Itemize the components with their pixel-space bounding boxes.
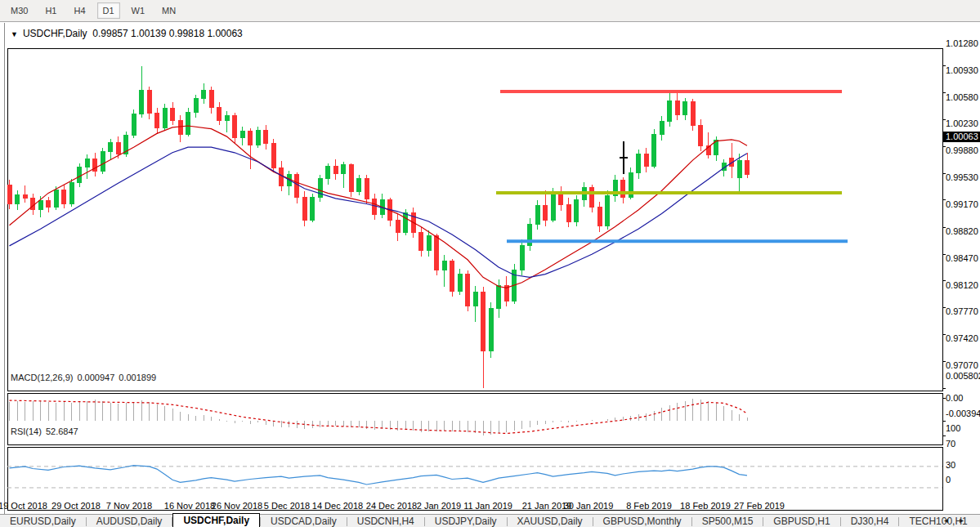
price-axis-label: 0.99170	[946, 199, 978, 209]
macd-axis-label: 0.005802	[946, 371, 980, 381]
chart-tab-usdchf-daily[interactable]: USDCHF,Daily	[172, 513, 260, 527]
date-axis-label: 5 Dec 2018	[264, 501, 310, 511]
price-axis-label: 0.98120	[946, 280, 978, 290]
symbol-tab-bar: EURUSD,DailyAUDUSD,DailyUSDCHF,DailyUSDC…	[0, 514, 980, 527]
date-axis-label: 24 Dec 2018	[366, 501, 417, 511]
timeframe-button-m30[interactable]: M30	[5, 2, 34, 19]
date-axis-label: 14 Dec 2018	[312, 501, 363, 511]
chart-tab-audusd-daily[interactable]: AUDUSD,Daily	[87, 515, 172, 527]
price-axis-label: 0.97070	[946, 360, 978, 370]
chart-canvas[interactable]	[0, 23, 980, 527]
timeframe-button-w1[interactable]: W1	[126, 2, 151, 19]
rsi-indicator-label: RSI(14)52.6847	[11, 427, 83, 436]
chart-tab-usdjpy-daily[interactable]: USDJPY,Daily	[425, 515, 507, 527]
chart-tab-gbpusd-monthly[interactable]: GBPUSD,Monthly	[593, 515, 691, 527]
date-axis-label: 30 Jan 2019	[564, 501, 614, 511]
macd-axis-label: -0.003945	[946, 409, 980, 418]
timeframe-toolbar: M30H1H4D1W1MN	[0, 0, 980, 22]
macd-histogram	[10, 399, 748, 436]
chart-tab-xauusd-daily[interactable]: XAUUSD,Daily	[508, 515, 593, 527]
timeframe-button-h4[interactable]: H4	[68, 2, 91, 19]
date-axis-label: 27 Feb 2019	[734, 501, 785, 511]
price-axis-label: 0.99880	[946, 145, 978, 155]
date-axis-label: 2 Jan 2019	[417, 501, 461, 511]
rsi-axis-label: 0	[946, 475, 951, 485]
candles-group	[7, 66, 750, 388]
chart-ohlc-values: 0.99857 1.00139 0.99818 1.00063	[92, 28, 243, 39]
window-left-edge	[4, 23, 5, 514]
price-axis-label: 0.98820	[946, 226, 978, 236]
price-axis-label: 1.01280	[946, 38, 978, 48]
price-axis-label: 1.00930	[946, 65, 978, 75]
chart-tab-dj30-h4[interactable]: DJ30,H4	[841, 515, 899, 527]
chart-symbol-label: USDCHF,Daily	[23, 28, 87, 39]
date-axis-label: 18 Feb 2019	[680, 501, 731, 511]
macd-indicator-label: MACD(12,26,9)0.0009470.001899	[11, 373, 160, 382]
timeframe-button-h1[interactable]: H1	[39, 2, 62, 19]
price-axis-label: 0.98470	[946, 253, 978, 263]
macd-name: MACD(12,26,9)	[11, 373, 73, 382]
price-axis-label: 0.97770	[946, 306, 978, 316]
tab-scroll-left-icon[interactable]: ◂	[944, 516, 960, 525]
macd-signal-value: 0.001899	[119, 373, 156, 382]
price-axis-label: 1.00230	[946, 118, 978, 128]
rsi-line	[10, 466, 748, 485]
chart-tab-usdcad-daily[interactable]: USDCAD,Daily	[261, 515, 347, 527]
timeframe-button-mn[interactable]: MN	[156, 2, 181, 19]
date-axis-label: 11 Jan 2019	[463, 501, 512, 511]
date-axis-label: 7 Nov 2018	[106, 501, 152, 511]
date-axis-label: 29 Oct 2018	[51, 501, 101, 511]
date-axis-label: 19 Oct 2018	[0, 501, 47, 511]
cross-marker	[620, 141, 628, 174]
current-price-tag: 1.00063	[943, 132, 980, 142]
chart-tab-sp500-m15[interactable]: SP500,M15	[692, 515, 763, 527]
date-axis-label: 8 Feb 2019	[626, 501, 672, 511]
macd-main-value: 0.000947	[77, 373, 114, 382]
chart-collapse-icon[interactable]: ▼	[11, 30, 18, 38]
rsi-value: 52.6847	[46, 427, 78, 436]
rsi-axis-label: 100	[946, 423, 960, 433]
rsi-axis-label: 30	[946, 460, 955, 470]
chart-tab-gbpusd-h1[interactable]: GBPUSD,H1	[763, 515, 839, 527]
tab-scroll-arrows: ◂▸	[944, 516, 975, 525]
price-axis-label: 0.97420	[946, 333, 978, 343]
rsi-axis-label: 70	[946, 439, 955, 449]
chart-window[interactable]	[0, 23, 980, 514]
date-axis-label: 16 Nov 2018	[164, 501, 215, 511]
macd-signal-line	[10, 400, 748, 433]
chart-title: ▼USDCHF,Daily 0.99857 1.00139 0.99818 1.…	[11, 28, 243, 39]
price-axis-label: 0.99530	[946, 172, 978, 182]
date-axis-label: 26 Nov 2018	[212, 501, 262, 511]
chart-tab-usdcnh-h4[interactable]: USDCNH,H4	[347, 515, 424, 527]
rsi-name: RSI(14)	[11, 427, 42, 436]
price-axis-label: 1.00580	[946, 92, 978, 102]
macd-panel-frame	[7, 393, 942, 444]
tab-scroll-right-icon[interactable]: ▸	[960, 516, 975, 525]
macd-axis-label: 0.00	[946, 393, 963, 403]
timeframe-button-d1[interactable]: D1	[97, 2, 120, 19]
chart-tab-eurusd-daily[interactable]: EURUSD,Daily	[0, 515, 86, 527]
trading-platform-window: M30H1H4D1W1MN ▼USDCHF,Daily 0.99857 1.00…	[0, 0, 980, 527]
